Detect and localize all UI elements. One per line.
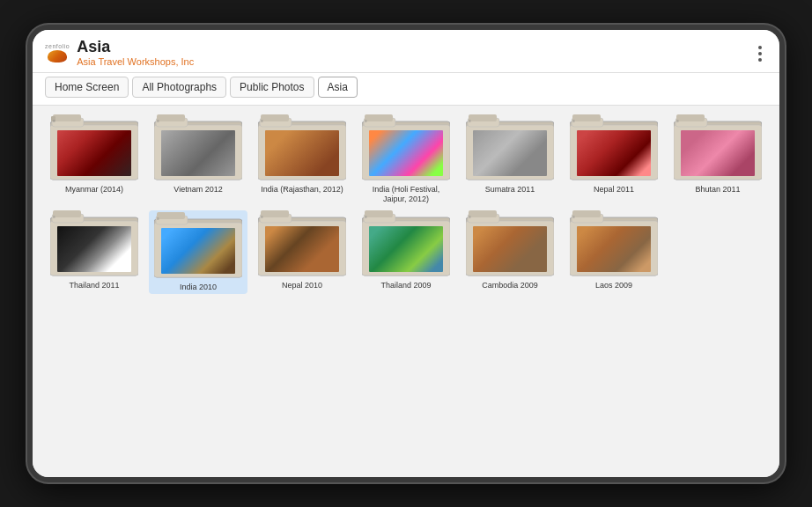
folder-label-thailand-11: Thailand 2011 bbox=[69, 281, 119, 290]
folder-thumb-india-holi bbox=[369, 130, 443, 176]
folder-thailand-11[interactable]: ≡ Thailand 2011 bbox=[45, 210, 144, 294]
folder-icon-vietnam: ≡ bbox=[154, 114, 242, 183]
folder-label-bhutan: Bhutan 2011 bbox=[695, 185, 740, 195]
folder-india-raj[interactable]: ≡ India (Rajasthan, 2012) bbox=[253, 114, 351, 204]
folder-icon-nepal-11: ≡ bbox=[570, 114, 658, 183]
menu-dot-1 bbox=[758, 46, 762, 49]
folder-label-nepal-10: Nepal 2010 bbox=[282, 281, 322, 290]
folder-thumb-india-10 bbox=[161, 228, 235, 274]
svg-rect-9 bbox=[157, 114, 185, 121]
folder-thumb-nepal-10 bbox=[265, 226, 339, 272]
svg-rect-54 bbox=[365, 210, 393, 217]
folder-icon-cambodia: ≡ bbox=[466, 210, 554, 279]
folder-label-india-raj: India (Rajasthan, 2012) bbox=[261, 185, 343, 195]
folder-icon-laos: ≡ bbox=[570, 210, 658, 279]
svg-rect-24 bbox=[469, 114, 497, 121]
content-area: ≡ Myanmar (2014) ≡ bbox=[33, 106, 779, 477]
svg-rect-19 bbox=[365, 114, 393, 121]
folder-cambodia[interactable]: ≡ Cambodia 2009 bbox=[461, 210, 559, 294]
svg-text:≡: ≡ bbox=[365, 118, 367, 123]
folder-label-cambodia: Cambodia 2009 bbox=[482, 281, 538, 290]
svg-text:≡: ≡ bbox=[53, 214, 55, 219]
folder-laos[interactable]: ≡ Laos 2009 bbox=[565, 210, 663, 294]
folder-icon-india-raj: ≡ bbox=[258, 114, 346, 183]
logo-text: zenfolio bbox=[45, 43, 70, 49]
folder-label-thailand-09: Thailand 2009 bbox=[380, 281, 431, 290]
folder-icon-india-10: ≡ bbox=[154, 212, 242, 281]
folder-thumb-thailand-11 bbox=[57, 226, 131, 272]
folder-icon-nepal-10: ≡ bbox=[258, 210, 346, 279]
nav-tabs: Home Screen All Photographs Public Photo… bbox=[33, 73, 779, 106]
folder-icon-bhutan: ≡ bbox=[674, 114, 762, 183]
device-frame: zenfolio Asia Asia Travel Workshops, Inc… bbox=[27, 25, 785, 482]
folder-thumb-cambodia bbox=[473, 226, 547, 272]
folder-india-10[interactable]: ≡ India 2010 bbox=[149, 210, 247, 294]
svg-text:≡: ≡ bbox=[572, 118, 575, 123]
svg-text:≡: ≡ bbox=[53, 118, 55, 123]
svg-text:≡: ≡ bbox=[572, 214, 575, 219]
svg-rect-64 bbox=[572, 210, 601, 217]
page-subtitle: Asia Travel Workshops, Inc bbox=[77, 56, 194, 67]
folder-vietnam[interactable]: ≡ Vietnam 2012 bbox=[149, 114, 247, 204]
folder-thailand-09[interactable]: ≡ Thailand 2009 bbox=[357, 210, 455, 294]
tab-home-screen[interactable]: Home Screen bbox=[45, 77, 129, 98]
folder-thumb-thailand-09 bbox=[369, 226, 443, 272]
folder-india-holi[interactable]: ≡ India (Holi Festival, Jaipur, 2012) bbox=[357, 114, 455, 204]
tab-all-photographs[interactable]: All Photographs bbox=[132, 77, 226, 98]
folder-bhutan[interactable]: ≡ Bhutan 2011 bbox=[668, 114, 767, 204]
folders-grid: ≡ Myanmar (2014) ≡ bbox=[45, 114, 767, 294]
svg-rect-49 bbox=[261, 210, 289, 217]
menu-dot-2 bbox=[758, 52, 762, 55]
folder-label-nepal-11: Nepal 2011 bbox=[594, 185, 634, 195]
svg-rect-29 bbox=[572, 114, 601, 121]
svg-rect-44 bbox=[157, 212, 185, 219]
svg-rect-39 bbox=[53, 210, 81, 217]
folder-icon-thailand-11: ≡ bbox=[50, 210, 138, 279]
folder-label-myanmar: Myanmar (2014) bbox=[65, 185, 123, 195]
svg-rect-34 bbox=[676, 114, 705, 121]
svg-rect-14 bbox=[261, 114, 289, 121]
svg-text:≡: ≡ bbox=[365, 214, 367, 219]
header-left: zenfolio Asia Asia Travel Workshops, Inc bbox=[45, 39, 194, 67]
folder-sumatra[interactable]: ≡ Sumatra 2011 bbox=[461, 114, 559, 204]
svg-text:≡: ≡ bbox=[261, 118, 263, 123]
screen: zenfolio Asia Asia Travel Workshops, Inc… bbox=[33, 30, 779, 477]
folder-thumb-laos bbox=[577, 226, 651, 272]
folder-nepal-11[interactable]: ≡ Nepal 2011 bbox=[565, 114, 663, 204]
folder-icon-sumatra: ≡ bbox=[466, 114, 554, 183]
folder-label-india-holi: India (Holi Festival, Jaipur, 2012) bbox=[362, 185, 450, 204]
svg-rect-59 bbox=[469, 210, 497, 217]
menu-dot-3 bbox=[758, 58, 762, 62]
folder-thumb-vietnam bbox=[161, 130, 235, 176]
svg-text:≡: ≡ bbox=[157, 118, 159, 123]
folder-thumb-india-raj bbox=[265, 130, 339, 176]
page-title: Asia bbox=[77, 39, 194, 56]
folder-thumb-sumatra bbox=[473, 130, 547, 176]
svg-text:≡: ≡ bbox=[157, 216, 159, 221]
more-menu-button[interactable] bbox=[753, 42, 767, 65]
folder-thumb-nepal-11 bbox=[577, 130, 651, 176]
header-title-group: Asia Asia Travel Workshops, Inc bbox=[77, 39, 194, 67]
folder-label-sumatra: Sumatra 2011 bbox=[485, 185, 535, 195]
svg-text:≡: ≡ bbox=[469, 214, 471, 219]
svg-rect-3 bbox=[53, 114, 81, 121]
svg-text:≡: ≡ bbox=[676, 118, 679, 123]
folder-icon-thailand-09: ≡ bbox=[362, 210, 450, 279]
logo-icon bbox=[48, 50, 67, 62]
folder-label-india-10: India 2010 bbox=[180, 283, 217, 292]
folder-myanmar[interactable]: ≡ Myanmar (2014) bbox=[45, 114, 144, 204]
folder-icon-myanmar: ≡ bbox=[50, 114, 138, 183]
folder-label-vietnam: Vietnam 2012 bbox=[173, 185, 222, 195]
folder-thumb-bhutan bbox=[681, 130, 755, 176]
tab-asia[interactable]: Asia bbox=[318, 77, 358, 98]
svg-text:≡: ≡ bbox=[469, 118, 471, 123]
folder-icon-india-holi: ≡ bbox=[362, 114, 450, 183]
header: zenfolio Asia Asia Travel Workshops, Inc bbox=[33, 30, 779, 73]
svg-text:≡: ≡ bbox=[261, 214, 263, 219]
tab-public-photos[interactable]: Public Photos bbox=[230, 77, 314, 98]
folder-thumb-myanmar bbox=[57, 130, 131, 176]
zenfolio-logo: zenfolio bbox=[45, 43, 70, 62]
folder-label-laos: Laos 2009 bbox=[595, 281, 632, 290]
folder-nepal-10[interactable]: ≡ Nepal 2010 bbox=[253, 210, 351, 294]
